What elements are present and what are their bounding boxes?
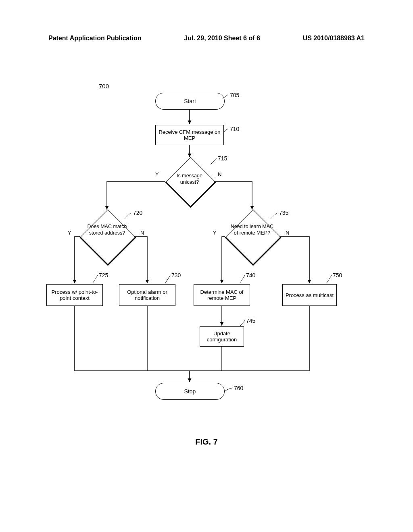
header-center: Jul. 29, 2010 Sheet 6 of 6 (184, 35, 260, 42)
ref-735: 735 (279, 210, 288, 216)
node-determine-mac: Determine MAC of remote MEP (194, 284, 250, 306)
node-is-unicast (165, 157, 216, 208)
ref-740: 740 (246, 272, 255, 278)
ref-725: 725 (99, 272, 108, 278)
figure-number: 700 (99, 83, 109, 89)
node-start-label: Start (184, 98, 196, 104)
edge-735-y: Y (213, 230, 217, 236)
ref-745: 745 (246, 318, 255, 324)
header-right: US 2010/0188983 A1 (303, 35, 365, 42)
node-update-config-label: Update configuration (202, 330, 241, 343)
edge-715-y: Y (155, 171, 159, 177)
ref-705: 705 (230, 92, 239, 98)
node-update-config: Update configuration (200, 326, 244, 347)
node-alarm-label: Optional alarm or notification (122, 289, 173, 301)
header-left: Patent Application Publication (48, 35, 142, 42)
node-mac-match (79, 209, 136, 266)
node-need-learn (225, 209, 281, 266)
ref-715: 715 (218, 155, 227, 162)
ref-730: 730 (171, 272, 181, 278)
ref-750: 750 (333, 272, 342, 278)
node-stop: Stop (155, 383, 225, 400)
edge-720-y: Y (68, 230, 71, 236)
page-header: Patent Application Publication Jul. 29, … (0, 35, 413, 42)
ref-760: 760 (234, 385, 243, 391)
edge-720-n: N (140, 230, 144, 236)
node-process-multicast-label: Process as multicast (286, 292, 334, 298)
node-alarm: Optional alarm or notification (119, 284, 175, 306)
flowchart-connectors (24, 60, 387, 423)
node-process-multicast: Process as multicast (282, 284, 337, 306)
ref-720: 720 (133, 210, 142, 216)
ref-710: 710 (230, 126, 239, 132)
node-start: Start (155, 93, 225, 110)
edge-735-n: N (286, 230, 289, 236)
edge-715-n: N (218, 171, 221, 177)
node-receive-cfm-label: Receive CFM message on MEP (158, 129, 221, 141)
node-stop-label: Stop (184, 388, 196, 395)
node-determine-mac-label: Determine MAC of remote MEP (196, 289, 247, 301)
figure-caption: FIG. 7 (0, 437, 413, 447)
node-receive-cfm: Receive CFM message on MEP (155, 125, 224, 145)
node-process-p2p-label: Process w/ point-to-point context (49, 289, 100, 301)
flowchart-diagram: 700 Start 705 Receive CFM message on MEP… (24, 60, 387, 423)
node-process-p2p: Process w/ point-to-point context (46, 284, 103, 306)
